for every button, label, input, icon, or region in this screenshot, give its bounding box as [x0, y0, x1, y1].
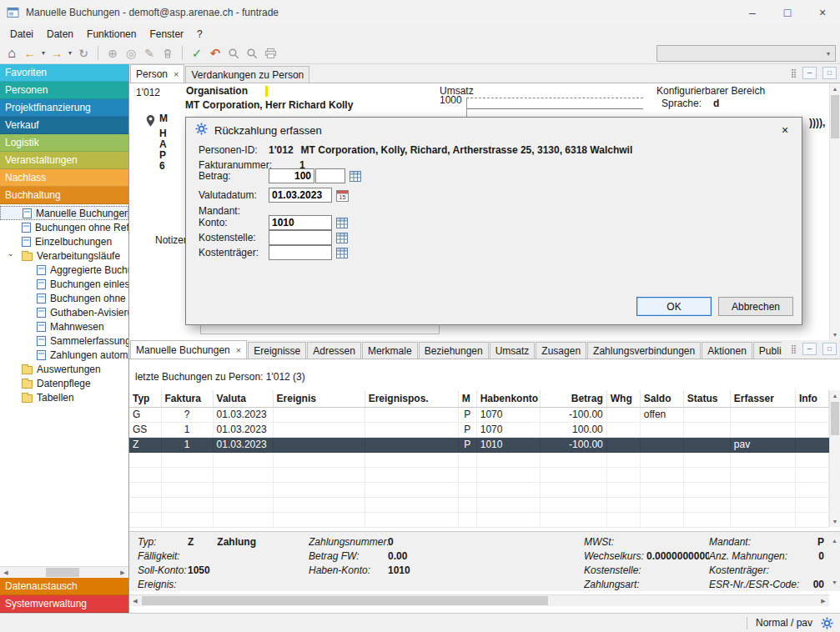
tree-item-auswertungen[interactable]: Auswertungen — [0, 362, 128, 376]
table-row[interactable]: G?01.03.2023P1070-100.00offen — [129, 407, 829, 422]
tree-item-mahnwesen[interactable]: Mahnwesen — [0, 319, 128, 334]
panel-minimize-icon[interactable]: ─ — [802, 343, 817, 355]
edit-icon[interactable]: ✎ — [140, 44, 158, 63]
tab-person[interactable]: Person× — [130, 64, 184, 83]
undo-icon[interactable]: ↶ — [206, 44, 224, 63]
tab-zusagen[interactable]: Zusagen — [536, 342, 586, 359]
table-row-empty[interactable] — [129, 467, 829, 482]
tab-ereignisse[interactable]: Ereignisse — [248, 342, 306, 359]
column-header-m[interactable]: M — [458, 390, 476, 407]
konto-input[interactable] — [269, 215, 332, 230]
sidebar-horizontal-scrollbar[interactable]: ◀ ▶ — [0, 566, 128, 578]
sidebar-section-projektfinanzierung[interactable]: Projektfinanzierung — [0, 99, 128, 117]
table-row[interactable]: GS101.03.2023P1070100.00 — [129, 422, 829, 437]
tree-item-datenpflege[interactable]: Datenpflege — [0, 376, 128, 390]
scroll-down-arrow[interactable]: ▼ — [830, 516, 840, 527]
lookup-grid-icon[interactable] — [336, 233, 348, 243]
back-icon[interactable]: ← — [21, 44, 39, 63]
close-icon[interactable]: × — [236, 345, 241, 355]
tab-verdankungen-zu-person[interactable]: Verdankungen zu Person — [185, 66, 309, 83]
column-header-saldo[interactable]: Saldo — [640, 390, 683, 407]
chevron-down-icon[interactable]: ⌄ — [8, 249, 14, 258]
betrag-input[interactable] — [269, 168, 314, 183]
table-row-empty[interactable] — [129, 452, 829, 467]
print-icon[interactable] — [261, 44, 279, 63]
tree-item-aggregierte-buchu[interactable]: Aggregierte Buchu — [0, 263, 128, 277]
add-icon[interactable]: ⊕ — [103, 44, 122, 63]
scroll-right-arrow[interactable]: ▶ — [817, 595, 829, 606]
table-row-empty[interactable] — [129, 512, 829, 527]
column-header-typ[interactable]: Typ — [129, 390, 161, 407]
ok-button[interactable]: OK — [636, 297, 712, 316]
forward-icon[interactable]: → — [48, 44, 66, 63]
lookup-grid-icon[interactable] — [336, 218, 348, 228]
sidebar-section-verkauf[interactable]: Verkauf — [0, 117, 128, 134]
tree-item-manuelle-buchungen[interactable]: Manuelle Buchungen — [0, 206, 128, 220]
menu-item-daten[interactable]: Daten — [40, 27, 80, 42]
table-row-empty[interactable] — [129, 482, 829, 497]
sidebar-section-personen[interactable]: Personen — [0, 82, 128, 99]
person-vertical-scrollbar[interactable]: ▲ ▼ — [829, 83, 840, 340]
tab-aktionen[interactable]: Aktionen — [702, 342, 752, 359]
tree-item-einzelbuchungen[interactable]: Einzelbuchungen — [0, 234, 128, 248]
scroll-up-arrow[interactable]: ▲ — [830, 390, 840, 401]
tree-item-sammelerfassung-s[interactable]: Sammelerfassung S — [0, 334, 128, 348]
panel-options-icon[interactable]: ⣿ — [791, 68, 797, 78]
tab-manuelle-buchungen[interactable]: Manuelle Buchungen× — [130, 340, 247, 359]
column-header-erfasser[interactable]: Erfasser — [730, 390, 795, 407]
menu-item-funktionen[interactable]: Funktionen — [80, 27, 143, 42]
column-header-info[interactable]: Info — [795, 390, 828, 407]
panel-minimize-icon[interactable]: ─ — [802, 67, 817, 79]
calendar-icon[interactable]: 15 — [336, 189, 349, 202]
scroll-down-arrow[interactable]: ▼ — [830, 329, 840, 340]
table-row[interactable]: Z101.03.2023P1010-100.00pav — [129, 437, 829, 452]
column-header-status[interactable]: Status — [683, 390, 730, 407]
column-header-valuta[interactable]: Valuta — [213, 390, 273, 407]
column-header-betrag[interactable]: Betrag — [540, 390, 606, 407]
tab-publikationen[interactable]: Publikationen — [753, 342, 782, 359]
refresh-icon[interactable]: ↻ — [74, 44, 93, 63]
menu-item-datei[interactable]: Datei — [3, 27, 40, 42]
back-dropdown-icon[interactable]: ▾ — [39, 44, 48, 63]
forward-dropdown-icon[interactable]: ▾ — [66, 44, 74, 63]
panel-maximize-icon[interactable]: □ — [822, 343, 837, 355]
kostenstelle-input[interactable] — [269, 230, 332, 245]
cancel-button[interactable]: Abbrechen — [718, 297, 793, 316]
tab-zahlungsverbindungen[interactable]: Zahlungsverbindungen — [587, 342, 701, 359]
window-minimize-button[interactable]: – — [735, 0, 770, 25]
statusbar-gear-icon[interactable] — [821, 617, 833, 629]
scroll-down-arrow[interactable]: ▼ — [829, 577, 840, 588]
scroll-thumb[interactable] — [831, 402, 839, 435]
tab-umsatz[interactable]: Umsatz — [490, 342, 536, 359]
scroll-left-arrow[interactable]: ◀ — [129, 595, 141, 606]
window-maximize-button[interactable]: □ — [770, 0, 805, 25]
window-close-button[interactable]: × — [805, 0, 840, 25]
tree-item-buchungen-ohne-refe[interactable]: Buchungen ohne Refe — [0, 220, 128, 234]
sidebar-section-veranstaltungen[interactable]: Veranstaltungen — [0, 152, 128, 169]
tree-item-buchungen-einlese[interactable]: Buchungen einlese — [0, 277, 128, 291]
tree-item-guthaben-avisierun[interactable]: Guthaben-Avisierun — [0, 305, 128, 319]
tab-beziehungen[interactable]: Beziehungen — [419, 342, 489, 359]
lookup-grid-icon[interactable] — [350, 171, 361, 182]
table-vertical-scrollbar[interactable]: ▲ ▼ — [829, 390, 840, 527]
column-header-habenkonto[interactable]: Habenkonto — [476, 390, 540, 407]
tree-item-tabellen[interactable]: Tabellen — [0, 390, 128, 404]
scroll-thumb[interactable] — [142, 596, 548, 605]
details-scroll[interactable]: ▲ ▼ — [829, 531, 840, 591]
column-header-ereignis[interactable]: Ereignis — [273, 390, 365, 407]
delete-icon[interactable] — [158, 44, 177, 63]
scroll-up-arrow[interactable]: ▲ — [830, 83, 840, 94]
scroll-right-arrow[interactable]: ▶ — [117, 567, 128, 578]
scroll-up-arrow[interactable]: ▲ — [829, 535, 840, 546]
records-icon[interactable]: ◎ — [122, 44, 140, 63]
column-header-whg[interactable]: Whg — [606, 390, 640, 407]
tree-item-buchungen-ohne-r[interactable]: Buchungen ohne R — [0, 291, 128, 305]
menu-item-fenster[interactable]: Fenster — [143, 27, 190, 42]
tree-item-zahlungen-automat[interactable]: Zahlungen automat — [0, 348, 128, 362]
panel-maximize-icon[interactable]: □ — [822, 67, 837, 79]
sidebar-section-logistik[interactable]: Logistik — [0, 134, 128, 152]
scroll-left-arrow[interactable]: ◀ — [0, 567, 12, 578]
confirm-icon[interactable]: ✓ — [188, 44, 206, 63]
scroll-thumb[interactable] — [46, 568, 79, 577]
home-icon[interactable]: ⌂ — [3, 44, 21, 63]
